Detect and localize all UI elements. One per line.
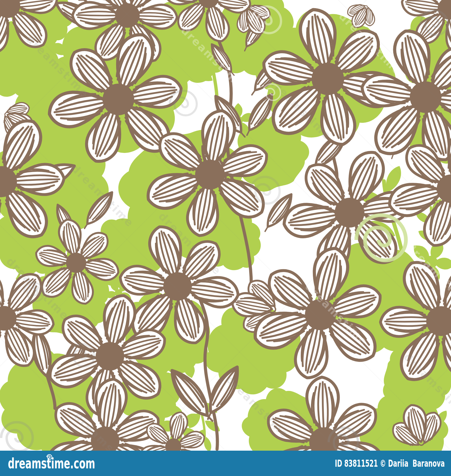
image-credit-text: ID 83811521 © Dariia Baranova [335,458,445,469]
watermark-bar: dreamstime.com ID 83811521 © Dariia Bara… [0,451,451,476]
dreamstime-logo: dreamstime.com [8,451,146,476]
stock-image-page: dreamstimedreamstimedreamstimedreamstime… [0,0,451,476]
dreamstime-logo-text: dreamstime.com [8,451,95,476]
floral-pattern-image: dreamstimedreamstimedreamstimedreamstime… [0,0,451,451]
